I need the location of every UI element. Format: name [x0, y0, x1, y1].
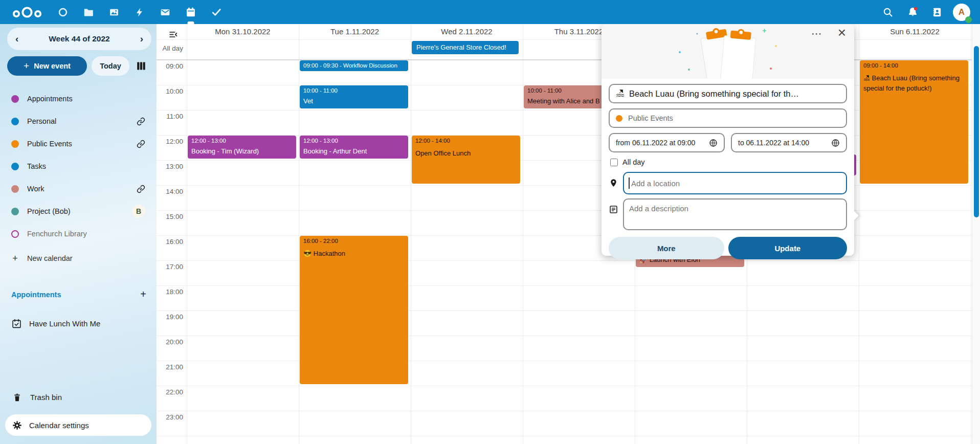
event-title: 🏖 Beach Luau (Bring something special fo… [863, 73, 965, 94]
calendar-item-label: Appointments [27, 95, 145, 103]
description-input[interactable] [623, 198, 847, 230]
previous-week-button[interactable]: ‹ [15, 28, 18, 50]
close-icon[interactable]: × [838, 25, 846, 41]
location-input[interactable] [623, 172, 847, 194]
event[interactable]: 09:00 - 09:30 - Workflow Discussion [300, 60, 408, 71]
event-title-input[interactable]: 🏖 Beach Luau (Bring something special fo… [609, 84, 847, 103]
calendar-item-personal[interactable]: Personal [5, 110, 151, 132]
event[interactable]: 10:00 - 11:00Vet [300, 85, 408, 108]
event-time: 12:00 - 13:00 [191, 138, 293, 144]
app-activity-button[interactable] [127, 0, 152, 24]
event[interactable]: 16:00 - 22:00😎 Hackathon [300, 236, 408, 384]
top-header-bar: A [0, 0, 980, 24]
hour-line [157, 436, 972, 436]
calendar-color-dot [11, 163, 19, 170]
sidebar: ‹ Week 44 of 2022 › + New event Today Ap… [0, 24, 157, 444]
hour-label: 10:00 [157, 87, 183, 95]
all-day-label: All day [157, 45, 183, 52]
all-day-checkbox[interactable] [610, 159, 618, 166]
dashboard-icon [57, 7, 69, 18]
timezone-globe-icon[interactable] [709, 139, 718, 147]
calendar-item-work[interactable]: Work [5, 177, 151, 200]
event-time: 16:00 - 22:00 [303, 238, 405, 244]
contacts-icon [931, 7, 943, 18]
online-status-dot [965, 16, 972, 23]
hour-label: 18:00 [157, 288, 183, 296]
hour-label: 12:00 [157, 138, 183, 145]
event-editor-popover: ⋯ × 🏖 Beach Luau (Bring something specia… [602, 24, 854, 256]
share-link-icon[interactable] [137, 185, 145, 193]
tasks-icon [211, 7, 222, 18]
user-menu-button[interactable]: A [949, 0, 974, 24]
app-calendar-button[interactable] [178, 0, 204, 24]
calendar-select[interactable]: Public Events [609, 108, 847, 128]
search-button[interactable] [876, 0, 900, 24]
scrollbar-thumb[interactable] [974, 46, 979, 217]
nextcloud-logo-icon[interactable] [11, 6, 44, 19]
event[interactable]: 12:00 - 13:00Booking - Tim (Wizard) [188, 136, 296, 159]
week-label: Week 44 of 2022 [49, 34, 109, 43]
popover-actions-button[interactable]: ⋯ [811, 28, 822, 40]
all-day-toggle-row: All day [610, 158, 847, 166]
calendar-item-tasks[interactable]: Tasks [5, 155, 151, 177]
all-day-event[interactable]: Pierre's General Store Closed! [412, 41, 519, 54]
shared-by-badge: B [132, 205, 145, 218]
event[interactable]: 12:00 - 13:00Booking - Arthur Dent [300, 136, 408, 159]
hour-line [157, 411, 972, 411]
calendar-color-dot [616, 115, 622, 122]
activity-icon [134, 7, 145, 18]
add-appointment-config-button[interactable]: + [135, 286, 151, 302]
end-datetime-field[interactable]: to 06.11.2022 at 14:00 [731, 133, 847, 152]
calendar-settings-button[interactable]: Calendar settings [5, 414, 151, 436]
location-pin-icon [609, 172, 623, 194]
calendar-item-public-events[interactable]: Public Events [5, 132, 151, 155]
app-dashboard-button[interactable] [50, 0, 76, 24]
calendar-color-dot [11, 95, 19, 103]
description-row [609, 198, 847, 230]
grid-column-line [187, 24, 187, 444]
update-button[interactable]: Update [728, 237, 847, 259]
timezone-globe-icon[interactable] [831, 139, 840, 147]
calendar-color-dot [11, 208, 19, 215]
next-week-button[interactable]: › [140, 28, 143, 50]
popover-illustration: ⋯ × [602, 24, 854, 79]
app-mail-button[interactable] [152, 0, 178, 24]
share-link-icon[interactable] [137, 140, 145, 148]
more-button[interactable]: More [609, 237, 724, 259]
calendar-check-icon [11, 318, 22, 329]
calendar-item-project-bob[interactable]: Project (Bob)B [5, 200, 151, 223]
event[interactable]: 09:00 - 14:00🏖 Beach Luau (Bring somethi… [860, 60, 968, 184]
new-calendar-button[interactable]: + New calendar [5, 247, 151, 270]
view-columns-button[interactable] [135, 59, 148, 73]
appointment-item-have-lunch-with-me[interactable]: Have Lunch With Me [5, 312, 151, 335]
trash-icon [12, 392, 22, 402]
notifications-button[interactable] [900, 0, 925, 24]
trash-bin-button[interactable]: Trash bin [5, 386, 151, 408]
hour-label: 14:00 [157, 188, 183, 195]
calendar-item-label: Tasks [27, 162, 145, 170]
hour-label: 17:00 [157, 263, 183, 271]
hour-label: 15:00 [157, 213, 183, 220]
calendar-item-fenchurch-library[interactable]: Fenchurch Library [5, 223, 151, 245]
hour-label: 13:00 [157, 163, 183, 170]
calendar-item-appointments[interactable]: Appointments [5, 87, 151, 110]
event-time: 09:00 - 14:00 [863, 62, 965, 69]
calendar-item-label: Fenchurch Library [27, 230, 145, 238]
app-photos-button[interactable] [101, 0, 127, 24]
start-datetime-field[interactable]: from 06.11.2022 at 09:00 [609, 133, 725, 152]
share-link-icon[interactable] [137, 117, 145, 126]
hour-line [157, 386, 972, 386]
event-time: 12:00 - 14:00 [415, 138, 517, 144]
new-event-button[interactable]: + New event [7, 56, 87, 76]
calendar-ring-icon [11, 230, 19, 238]
calendar-item-label: Project (Bob) [27, 207, 132, 215]
collapse-all-day-button[interactable] [167, 28, 179, 40]
hour-label: 21:00 [157, 363, 183, 371]
hour-line [157, 310, 972, 311]
app-files-button[interactable] [76, 0, 101, 24]
app-tasks-button[interactable] [204, 0, 229, 24]
day-header-1: Tue 1.11.2022 [299, 24, 411, 39]
today-button[interactable]: Today [92, 56, 129, 76]
event[interactable]: 12:00 - 14:00Open Office Lunch [412, 136, 520, 184]
contacts-menu-button[interactable] [925, 0, 949, 24]
